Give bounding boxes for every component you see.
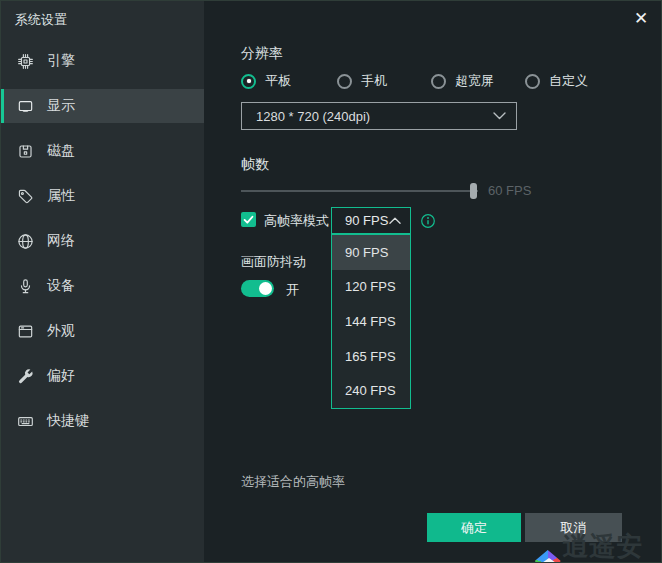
radio-icon: [337, 74, 352, 89]
radio-icon: [525, 74, 540, 89]
sidebar-item-label: 设备: [47, 277, 75, 295]
monitor-icon: [17, 98, 34, 115]
framerate-slider-track[interactable]: [241, 190, 478, 192]
anti-shake-label: 画面防抖动: [241, 253, 306, 271]
ok-button[interactable]: 确定: [427, 513, 521, 542]
sidebar: 系统设置 引擎 显示 磁盘 属性 网络 设备 外观: [1, 1, 204, 562]
sidebar-item-label: 显示: [47, 97, 75, 115]
sidebar-item-engine[interactable]: 引擎: [1, 44, 204, 78]
radio-selected-icon: [241, 74, 256, 89]
watermark: 逍遥安卓: [535, 529, 661, 563]
radio-label: 超宽屏: [455, 72, 494, 90]
resolution-select[interactable]: 1280 * 720 (240dpi): [241, 102, 517, 130]
sidebar-item-label: 网络: [47, 232, 75, 250]
window-icon: [17, 323, 34, 340]
info-icon[interactable]: [420, 213, 436, 229]
sidebar-item-label: 偏好: [47, 367, 75, 385]
fps-option[interactable]: 240 FPS: [332, 373, 410, 408]
sidebar-item-shortcuts[interactable]: 快捷键: [1, 404, 204, 438]
keyboard-icon: [17, 413, 34, 430]
fps-option[interactable]: 165 FPS: [332, 339, 410, 374]
fps-select[interactable]: 90 FPS: [331, 207, 411, 234]
fps-option[interactable]: 90 FPS: [332, 235, 410, 270]
wrench-icon: [17, 368, 34, 385]
fps-select-value: 90 FPS: [345, 213, 389, 228]
radio-label: 平板: [265, 72, 291, 90]
fps-option[interactable]: 144 FPS: [332, 304, 410, 339]
radio-custom[interactable]: 自定义: [525, 72, 588, 90]
sidebar-item-appearance[interactable]: 外观: [1, 314, 204, 348]
sidebar-item-label: 属性: [47, 187, 75, 205]
tag-icon: [17, 188, 34, 205]
sidebar-item-label: 快捷键: [47, 412, 89, 430]
globe-icon: [17, 233, 34, 250]
chevron-up-icon: [389, 217, 401, 225]
sidebar-item-label: 引擎: [47, 52, 75, 70]
radio-icon: [431, 74, 446, 89]
anti-shake-state: 开: [286, 281, 299, 299]
sidebar-item-device[interactable]: 设备: [1, 269, 204, 303]
floppy-icon: [17, 143, 34, 160]
framerate-slider-value: 60 FPS: [488, 183, 531, 198]
hint-text: 选择适合的高帧率: [241, 473, 345, 491]
sidebar-item-network[interactable]: 网络: [1, 224, 204, 258]
sidebar-item-display[interactable]: 显示: [1, 89, 204, 123]
window-title: 系统设置: [15, 11, 67, 29]
radio-label: 自定义: [549, 72, 588, 90]
resolution-label: 分辨率: [241, 45, 283, 63]
high-fps-label: 高帧率模式: [264, 212, 329, 230]
sidebar-item-label: 磁盘: [47, 142, 75, 160]
close-icon[interactable]: ✕: [629, 7, 653, 31]
sidebar-item-properties[interactable]: 属性: [1, 179, 204, 213]
fps-dropdown-list: 90 FPS 120 FPS 144 FPS 165 FPS 240 FPS: [331, 234, 411, 409]
framerate-label: 帧数: [241, 156, 269, 174]
chevron-down-icon: [493, 112, 506, 120]
anti-shake-toggle[interactable]: [241, 280, 274, 297]
resolution-select-value: 1280 * 720 (240dpi): [256, 109, 493, 124]
sidebar-item-label: 外观: [47, 322, 75, 340]
brand-pentagon-icon: [535, 550, 561, 563]
sidebar-item-preferences[interactable]: 偏好: [1, 359, 204, 393]
radio-label: 手机: [361, 72, 387, 90]
radio-phone[interactable]: 手机: [337, 72, 387, 90]
radio-ultrawide[interactable]: 超宽屏: [431, 72, 494, 90]
fps-option[interactable]: 120 FPS: [332, 270, 410, 305]
radio-tablet[interactable]: 平板: [241, 72, 291, 90]
settings-window: 系统设置 引擎 显示 磁盘 属性 网络 设备 外观: [0, 0, 662, 563]
high-fps-checkbox[interactable]: [241, 212, 256, 227]
microphone-icon: [17, 278, 34, 295]
framerate-slider-handle[interactable]: [470, 183, 477, 199]
brand-name: 逍遥安卓: [563, 529, 661, 563]
checkmark-icon: [243, 214, 254, 225]
chip-icon: [17, 53, 34, 70]
sidebar-item-disk[interactable]: 磁盘: [1, 134, 204, 168]
